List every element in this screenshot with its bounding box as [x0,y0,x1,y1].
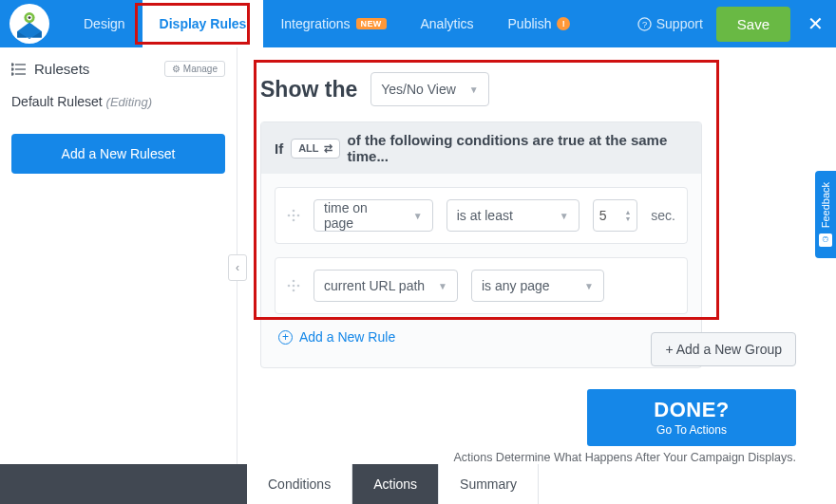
chat-icon: ☺ [819,233,832,247]
bottom-tabs: Conditions Actions Summary [247,464,836,504]
svg-point-19 [297,285,300,288]
svg-point-9 [11,68,13,70]
manage-rulesets-button[interactable]: ⚙ Manage [164,61,225,77]
tab-actions-label: Actions [373,476,417,492]
feedback-tab[interactable]: Feedback ☺ [815,171,836,258]
logic-toggle-label: ALL [298,142,318,154]
gear-icon: ⚙ [172,64,180,74]
svg-point-8 [11,64,13,65]
nav-design-label: Design [84,16,125,31]
if-label: If [275,140,283,157]
ruleset-item[interactable]: Default Ruleset (Editing) [11,94,225,109]
svg-point-15 [293,219,295,222]
chevron-down-icon: ▼ [413,211,423,221]
condition-header-text: of the following conditions are true at … [348,132,688,164]
nav-tabs: Design Display Rules IntegrationsNEW Ana… [66,0,587,47]
tab-summary-label: Summary [460,476,517,492]
app-logo [10,4,49,44]
rule-value: 5 [599,208,607,223]
svg-point-17 [288,285,291,288]
chevron-down-icon: ▼ [560,211,569,221]
svg-point-12 [288,215,291,217]
view-dropdown[interactable]: Yes/No View ▼ [370,72,489,106]
nav-display-rules[interactable]: Display Rules [142,0,264,47]
ruleset-name: Default Ruleset [11,94,103,109]
nav-design[interactable]: Design [66,0,142,47]
nav-analytics-label: Analytics [421,16,474,31]
add-ruleset-button[interactable]: Add a New Ruleset [11,134,225,174]
done-title: DONE? [587,398,796,422]
rule-operator-dropdown[interactable]: is any page▼ [471,270,604,302]
add-group-label: + Add a New Group [665,342,782,357]
add-rule-button[interactable]: + Add a New Rule [275,327,688,354]
feedback-label: Feedback [820,182,831,228]
publish-alert-badge: ! [557,17,570,30]
rule-value-input[interactable]: 5▲▼ [593,199,638,232]
tab-conditions-label: Conditions [268,476,331,492]
condition-row: current URL path▼ is any page▼ [275,257,688,314]
support-link[interactable]: ? Support [637,16,703,31]
rule-field-value: time on page [324,200,400,231]
add-rule-label: Add a New Rule [299,329,395,345]
manage-label: Manage [183,64,218,74]
support-label: Support [656,16,703,31]
sidebar-header: Rulesets ⚙ Manage [11,61,225,77]
svg-point-11 [293,210,295,213]
tab-actions[interactable]: Actions [352,464,439,504]
done-subtitle: Go To Actions [587,423,796,437]
plus-circle-icon: + [278,330,293,345]
top-nav-bar: Design Display Rules IntegrationsNEW Ana… [0,0,836,47]
condition-row: time on page▼ is at least▼ 5▲▼ sec. [275,187,688,244]
view-dropdown-value: Yes/No View [381,82,456,97]
tab-conditions[interactable]: Conditions [247,464,352,504]
drag-handle-icon[interactable] [287,209,300,222]
close-icon[interactable]: ✕ [804,12,826,35]
svg-point-13 [293,215,295,217]
nav-publish-label: Publish [508,16,552,31]
svg-point-14 [297,215,300,217]
rule-field-value: current URL path [324,278,425,293]
nav-analytics[interactable]: Analytics [404,0,491,47]
svg-point-10 [11,73,13,75]
rule-operator-value: is any page [482,278,550,293]
actions-hint-text: Actions Determine What Happens After You… [453,451,796,464]
show-the-heading: Show the [260,77,357,103]
rule-operator-dropdown[interactable]: is at least▼ [446,199,580,232]
swap-icon: ⇄ [324,142,332,155]
rulesets-list-icon [11,63,27,76]
condition-rows: time on page▼ is at least▼ 5▲▼ sec. curr… [261,174,701,367]
tab-summary[interactable]: Summary [439,464,539,504]
number-stepper[interactable]: ▲▼ [624,209,631,222]
rule-field-dropdown[interactable]: current URL path▼ [314,270,458,302]
new-badge: NEW [356,18,387,29]
svg-point-2 [28,16,31,19]
chevron-down-icon: ▼ [469,84,479,95]
bottom-left-spacer [0,464,247,504]
rule-operator-value: is at least [457,208,513,223]
nav-publish[interactable]: Publish! [491,0,588,47]
sidebar: Rulesets ⚙ Manage Default Ruleset (Editi… [0,47,238,504]
nav-integrations-label: Integrations [280,16,350,31]
chevron-down-icon: ▼ [438,281,447,291]
save-button[interactable]: Save [716,7,790,42]
rule-field-dropdown[interactable]: time on page▼ [314,199,433,232]
nav-display-rules-label: Display Rules [160,16,247,31]
svg-point-20 [293,289,295,292]
rule-unit-label: sec. [651,208,675,223]
condition-group-header: If ALL ⇄ of the following conditions are… [261,122,701,174]
ruleset-editing-label: (Editing) [106,95,152,109]
svg-point-18 [293,285,295,288]
chevron-down-icon: ▼ [584,281,594,291]
bottom-bar: Conditions Actions Summary [0,464,836,504]
logic-toggle[interactable]: ALL ⇄ [291,139,339,159]
done-go-actions-button[interactable]: DONE? Go To Actions [587,389,796,446]
condition-group: If ALL ⇄ of the following conditions are… [260,121,702,368]
sidebar-title: Rulesets [34,61,89,77]
add-group-button[interactable]: + Add a New Group [651,332,796,366]
svg-text:?: ? [642,20,647,29]
show-the-line: Show the Yes/No View ▼ [260,72,798,106]
drag-handle-icon[interactable] [287,279,300,292]
rules-container: Show the Yes/No View ▼ If ALL ⇄ of the f… [260,72,798,368]
svg-point-16 [293,280,295,283]
nav-integrations[interactable]: IntegrationsNEW [263,0,403,47]
